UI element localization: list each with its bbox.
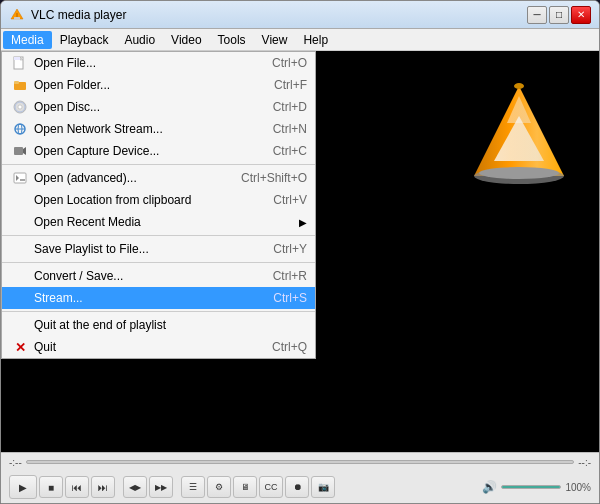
divider-2 bbox=[2, 235, 315, 236]
menu-help[interactable]: Help bbox=[295, 31, 336, 49]
convert-icon bbox=[10, 268, 30, 284]
menu-item-open-file[interactable]: Open File... Ctrl+O bbox=[2, 52, 315, 74]
open-disc-shortcut: Ctrl+D bbox=[273, 100, 307, 114]
app-icon bbox=[9, 7, 25, 23]
vlc-window: VLC media player ─ □ ✕ Media Playback Au… bbox=[0, 0, 600, 504]
stream-shortcut: Ctrl+S bbox=[273, 291, 307, 305]
menu-item-stream[interactable]: Stream... Ctrl+S bbox=[2, 287, 315, 309]
quit-label: Quit bbox=[34, 340, 252, 354]
advanced-icon bbox=[10, 170, 30, 186]
open-capture-label: Open Capture Device... bbox=[34, 144, 253, 158]
open-location-label: Open Location from clipboard bbox=[34, 193, 253, 207]
convert-shortcut: Ctrl+R bbox=[273, 269, 307, 283]
svg-rect-14 bbox=[14, 147, 23, 155]
save-playlist-label: Save Playlist to File... bbox=[34, 242, 253, 256]
minimize-button[interactable]: ─ bbox=[527, 6, 547, 24]
quit-end-icon bbox=[10, 317, 30, 333]
open-advanced-shortcut: Ctrl+Shift+O bbox=[241, 171, 307, 185]
folder-icon bbox=[10, 77, 30, 93]
menu-item-quit-end[interactable]: Quit at the end of playlist bbox=[2, 314, 315, 336]
quit-icon: ✕ bbox=[10, 339, 30, 355]
clipboard-icon bbox=[10, 192, 30, 208]
record-button[interactable]: ⏺ bbox=[285, 476, 309, 498]
menu-video[interactable]: Video bbox=[163, 31, 209, 49]
menu-item-quit[interactable]: ✕ Quit Ctrl+Q bbox=[2, 336, 315, 358]
slow-button[interactable]: ◀▶ bbox=[123, 476, 147, 498]
controls-row: ▶ ■ ⏮ ⏭ ◀▶ ▶▶ ☰ ⚙ 🖥 CC ⏺ 📷 bbox=[1, 471, 599, 503]
network-icon bbox=[10, 121, 30, 137]
ext-button[interactable]: ⚙ bbox=[207, 476, 231, 498]
open-file-shortcut: Ctrl+O bbox=[272, 56, 307, 70]
open-file-label: Open File... bbox=[34, 56, 252, 70]
svg-point-23 bbox=[479, 167, 559, 179]
main-area: Open File... Ctrl+O Open Folder... Ctrl+… bbox=[1, 51, 599, 452]
menu-item-save-playlist[interactable]: Save Playlist to File... Ctrl+Y bbox=[2, 238, 315, 260]
bottom-controls: -:-- --:- ▶ ■ ⏮ ⏭ ◀▶ ▶▶ ☰ ⚙ 🖥 CC bbox=[1, 452, 599, 503]
open-network-shortcut: Ctrl+N bbox=[273, 122, 307, 136]
open-folder-shortcut: Ctrl+F bbox=[274, 78, 307, 92]
menu-view[interactable]: View bbox=[254, 31, 296, 49]
video-button[interactable]: 🖥 bbox=[233, 476, 257, 498]
menu-item-open-capture[interactable]: Open Capture Device... Ctrl+C bbox=[2, 140, 315, 162]
menu-item-open-location[interactable]: Open Location from clipboard Ctrl+V bbox=[2, 189, 315, 211]
disc-icon bbox=[10, 99, 30, 115]
prev-button[interactable]: ⏮ bbox=[65, 476, 89, 498]
menu-bar: Media Playback Audio Video Tools View He… bbox=[1, 29, 599, 51]
svg-rect-16 bbox=[14, 173, 26, 183]
volume-percent: 100% bbox=[565, 482, 591, 493]
recent-icon bbox=[10, 214, 30, 230]
menu-item-open-disc[interactable]: Open Disc... Ctrl+D bbox=[2, 96, 315, 118]
window-controls: ─ □ ✕ bbox=[527, 6, 591, 24]
open-advanced-label: Open (advanced)... bbox=[34, 171, 221, 185]
volume-icon: 🔊 bbox=[482, 480, 497, 494]
volume-slider[interactable] bbox=[501, 485, 561, 489]
quit-shortcut: Ctrl+Q bbox=[272, 340, 307, 354]
vlc-cone bbox=[469, 81, 569, 204]
snapshot-button[interactable]: 📷 bbox=[311, 476, 335, 498]
file-icon bbox=[10, 55, 30, 71]
close-button[interactable]: ✕ bbox=[571, 6, 591, 24]
progress-end: --:- bbox=[578, 457, 591, 468]
progress-start: -:-- bbox=[9, 457, 22, 468]
capture-icon bbox=[10, 143, 30, 159]
media-dropdown: Open File... Ctrl+O Open Folder... Ctrl+… bbox=[1, 51, 316, 359]
stream-label: Stream... bbox=[34, 291, 253, 305]
fast-button[interactable]: ▶▶ bbox=[149, 476, 173, 498]
maximize-button[interactable]: □ bbox=[549, 6, 569, 24]
svg-rect-1 bbox=[14, 17, 20, 20]
menu-item-open-advanced[interactable]: Open (advanced)... Ctrl+Shift+O bbox=[2, 167, 315, 189]
svg-point-9 bbox=[18, 105, 22, 109]
playlist-button[interactable]: ☰ bbox=[181, 476, 205, 498]
open-capture-shortcut: Ctrl+C bbox=[273, 144, 307, 158]
subtitle-button[interactable]: CC bbox=[259, 476, 283, 498]
stop-button[interactable]: ■ bbox=[39, 476, 63, 498]
next-button[interactable]: ⏭ bbox=[91, 476, 115, 498]
open-disc-label: Open Disc... bbox=[34, 100, 253, 114]
menu-item-open-recent[interactable]: Open Recent Media ▶ bbox=[2, 211, 315, 233]
menu-tools[interactable]: Tools bbox=[210, 31, 254, 49]
title-bar: VLC media player ─ □ ✕ bbox=[1, 1, 599, 29]
open-recent-label: Open Recent Media bbox=[34, 215, 295, 229]
menu-playback[interactable]: Playback bbox=[52, 31, 117, 49]
stream-icon bbox=[10, 290, 30, 306]
menu-item-convert[interactable]: Convert / Save... Ctrl+R bbox=[2, 265, 315, 287]
save-playlist-shortcut: Ctrl+Y bbox=[273, 242, 307, 256]
play-button[interactable]: ▶ bbox=[9, 475, 37, 499]
progress-area: -:-- --:- bbox=[1, 453, 599, 471]
window-title: VLC media player bbox=[31, 8, 527, 22]
progress-track[interactable] bbox=[26, 460, 574, 464]
divider-3 bbox=[2, 262, 315, 263]
menu-media[interactable]: Media bbox=[3, 31, 52, 49]
divider-4 bbox=[2, 311, 315, 312]
svg-rect-5 bbox=[14, 57, 20, 60]
quit-end-label: Quit at the end of playlist bbox=[34, 318, 287, 332]
volume-area: 🔊 100% bbox=[482, 480, 591, 494]
open-location-shortcut: Ctrl+V bbox=[273, 193, 307, 207]
recent-arrow: ▶ bbox=[299, 217, 307, 228]
volume-fill bbox=[502, 486, 560, 488]
menu-item-open-network[interactable]: Open Network Stream... Ctrl+N bbox=[2, 118, 315, 140]
menu-audio[interactable]: Audio bbox=[116, 31, 163, 49]
svg-rect-7 bbox=[14, 81, 19, 84]
open-network-label: Open Network Stream... bbox=[34, 122, 253, 136]
menu-item-open-folder[interactable]: Open Folder... Ctrl+F bbox=[2, 74, 315, 96]
